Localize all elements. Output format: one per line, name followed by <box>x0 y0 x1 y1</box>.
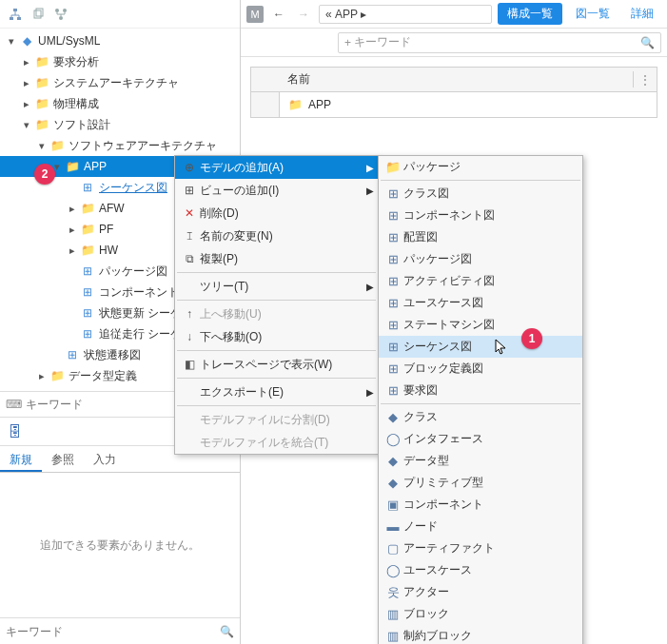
forward-button[interactable]: → <box>294 5 313 24</box>
back-button[interactable]: ← <box>269 5 288 24</box>
sub-actor[interactable]: 웃アクター <box>379 581 582 603</box>
ctx-export[interactable]: エクスポート(E)▶ <box>175 381 378 403</box>
sub-package[interactable]: 📁パッケージ <box>379 156 582 178</box>
sub-usecase-diagram[interactable]: ⊞ユースケース図 <box>379 292 582 314</box>
ctx-trace[interactable]: ◧トレースページで表示(W) <box>175 353 378 376</box>
branch-icon[interactable] <box>53 7 69 22</box>
add-model-submenu: 📁パッケージ ⊞クラス図 ⊞コンポーネント図 ⊞配置図 ⊞パッケージ図 ⊞アクテ… <box>378 155 583 644</box>
col-name-header[interactable]: 名前 <box>280 71 634 88</box>
sidebar-toolbar <box>0 0 240 29</box>
svg-point-6 <box>63 9 67 12</box>
keyword-filter[interactable]: + キーワード 🔍 <box>338 32 661 53</box>
table-row[interactable]: 📁APP <box>251 92 657 117</box>
duplicate-icon: ⧉ <box>179 252 200 265</box>
sequence-diagram-icon: ⊞ <box>383 340 403 354</box>
col-menu-icon[interactable]: ⋮ <box>634 73 657 87</box>
sub-constraint-block[interactable]: ▥制約ブロック <box>379 625 582 644</box>
svg-rect-0 <box>13 9 17 11</box>
panel-search[interactable]: 🔍 <box>0 617 240 644</box>
cursor-icon <box>495 339 508 356</box>
database-icon[interactable]: 🗄 <box>8 423 22 439</box>
sub-component[interactable]: ▣コンポーネント <box>379 494 582 516</box>
hierarchy-icon[interactable] <box>8 7 23 22</box>
activity-diagram-icon: ⊞ <box>383 274 403 288</box>
tab-input[interactable]: 入力 <box>84 446 126 472</box>
sub-artifact[interactable]: ▢アーティファクト <box>379 537 582 559</box>
sub-class-diagram[interactable]: ⊞クラス図 <box>379 183 582 205</box>
breadcrumb[interactable]: « APP ▸ <box>319 5 492 24</box>
rename-icon: 𝙸 <box>179 229 200 243</box>
keyboard-icon: ⌨ <box>6 398 22 411</box>
class-icon: ◆ <box>383 410 403 424</box>
usecase-diagram-icon: ⊞ <box>383 296 403 310</box>
panel-body: 追加できる要素がありません。 <box>0 473 240 617</box>
interface-icon: ◯ <box>383 432 403 446</box>
diagram-list-link[interactable]: 図一覧 <box>568 3 618 25</box>
artifact-icon: ▢ <box>383 541 403 556</box>
plus-icon[interactable]: + <box>344 36 351 49</box>
search-icon[interactable]: 🔍 <box>640 36 655 49</box>
statemachine-diagram-icon: ⊞ <box>383 318 403 332</box>
ctx-move-up: ↑上へ移動(U) <box>175 302 378 325</box>
sub-node[interactable]: ▬ノード <box>379 516 582 537</box>
primitive-icon: ◆ <box>383 476 403 490</box>
tab-ref[interactable]: 参照 <box>42 446 84 472</box>
search-icon[interactable]: 🔍 <box>220 625 234 638</box>
sub-datatype[interactable]: ◆データ型 <box>379 450 582 472</box>
datatype-icon: ◆ <box>383 454 403 468</box>
sub-block[interactable]: ▥ブロック <box>379 603 582 625</box>
context-menu: ⊕モデルの追加(A)▶ ⊞ビューの追加(I)▶ ✕削除(D) 𝙸名前の変更(N)… <box>174 155 379 455</box>
tree-item-phys[interactable]: ▸📁物理構成 <box>0 93 240 114</box>
copy-icon[interactable] <box>30 7 46 22</box>
sub-statemachine-diagram[interactable]: ⊞ステートマシン図 <box>379 314 582 336</box>
sub-sequence-diagram[interactable]: ⊞シーケンス図 <box>379 336 582 358</box>
sub-component-diagram[interactable]: ⊞コンポーネント図 <box>379 205 582 226</box>
usecase-icon: ◯ <box>383 563 403 577</box>
svg-rect-3 <box>34 10 41 18</box>
content-table: 名前 ⋮ 📁APP <box>250 67 657 118</box>
ctx-split: モデルファイルに分割(D) <box>175 408 378 431</box>
tree-item-req[interactable]: ▸📁要求分析 <box>0 51 240 72</box>
deployment-diagram-icon: ⊞ <box>383 230 403 244</box>
tree-item-sysarch[interactable]: ▸📁システムアーキテクチャ <box>0 72 240 93</box>
main-subbar: + キーワード 🔍 <box>241 29 667 57</box>
panel-search-input[interactable] <box>6 625 220 638</box>
constraint-block-icon: ▥ <box>383 629 403 643</box>
node-icon: ▬ <box>383 519 403 534</box>
ctx-rename[interactable]: 𝙸名前の変更(N) <box>175 224 378 247</box>
sub-requirement-diagram[interactable]: ⊞要求図 <box>379 380 582 401</box>
detail-link[interactable]: 詳細 <box>623 3 661 25</box>
svg-rect-1 <box>10 17 13 20</box>
tree-item-soft[interactable]: ▾📁ソフト設計 <box>0 114 240 135</box>
model-badge: M <box>246 6 264 23</box>
ctx-duplicate[interactable]: ⧉複製(P) <box>175 247 378 270</box>
tab-new[interactable]: 新規 <box>0 446 42 472</box>
sub-blockdef-diagram[interactable]: ⊞ブロック定義図 <box>379 358 582 380</box>
sub-primitive[interactable]: ◆プリミティブ型 <box>379 472 582 494</box>
ctx-move-down[interactable]: ↓下へ移動(O) <box>175 325 378 348</box>
component-diagram-icon: ⊞ <box>383 208 403 223</box>
tree-root[interactable]: ▾◆UML/SysML <box>0 30 240 51</box>
sub-usecase[interactable]: ◯ユースケース <box>379 559 582 581</box>
sub-interface[interactable]: ◯インタフェース <box>379 428 582 450</box>
structure-list-button[interactable]: 構成一覧 <box>498 3 562 25</box>
folder-icon: 📁 <box>287 97 303 112</box>
add-view-icon: ⊞ <box>179 184 200 197</box>
ctx-add-view[interactable]: ⊞ビューの追加(I)▶ <box>175 179 378 202</box>
package-diagram-icon: ⊞ <box>383 252 403 266</box>
svg-rect-4 <box>36 9 43 16</box>
tree-item-swarch[interactable]: ▾📁ソフトウェアアーキテクチャ <box>0 135 240 156</box>
block-icon: ▥ <box>383 607 403 621</box>
main-toolbar: M ← → « APP ▸ 構成一覧 図一覧 詳細 <box>241 0 667 29</box>
ctx-add-model[interactable]: ⊕モデルの追加(A)▶ <box>175 156 378 179</box>
ctx-tree[interactable]: ツリー(T)▶ <box>175 275 378 298</box>
trace-icon: ◧ <box>179 358 200 371</box>
sub-activity-diagram[interactable]: ⊞アクティビティ図 <box>379 270 582 292</box>
block-diagram-icon: ⊞ <box>383 361 403 376</box>
sub-deployment-diagram[interactable]: ⊞配置図 <box>379 226 582 248</box>
sub-package-diagram[interactable]: ⊞パッケージ図 <box>379 248 582 270</box>
delete-icon: ✕ <box>179 206 200 220</box>
sub-class[interactable]: ◆クラス <box>379 406 582 428</box>
ctx-delete[interactable]: ✕削除(D) <box>175 202 378 224</box>
actor-icon: 웃 <box>383 584 403 601</box>
